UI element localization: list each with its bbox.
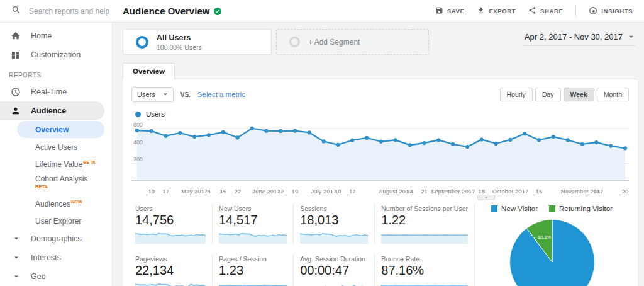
x-axis-tick: 14 xyxy=(406,188,413,195)
sidebar-item-cohort-analysis[interactable]: Cohort AnalysisBETA xyxy=(0,173,112,195)
chevron-down-icon xyxy=(163,92,168,97)
save-icon xyxy=(435,6,443,16)
expand-caret-icon[interactable] xyxy=(11,255,21,260)
x-axis-tick: 15 xyxy=(220,188,227,195)
metric-card-sessions[interactable]: Sessions18,013 xyxy=(294,203,375,244)
metric-card-new-users[interactable]: New Users14,517 xyxy=(213,203,294,244)
x-axis-tick: 8 xyxy=(207,188,210,195)
users-line-chart[interactable]: 200400600 xyxy=(131,119,629,186)
segment-detail: 100.00% Users xyxy=(157,43,202,51)
metric-card-pageviews[interactable]: Pageviews22,134 xyxy=(131,254,213,286)
badge: BETA xyxy=(83,159,96,165)
verified-icon xyxy=(213,7,222,16)
x-axis-tick: 10 xyxy=(148,188,155,195)
sidebar-item-overview[interactable]: Overview xyxy=(17,121,104,138)
export-icon xyxy=(477,6,485,16)
metric-card-pages-session[interactable]: Pages / Session1.23 xyxy=(213,254,294,286)
sidebar-item-label: Active Users xyxy=(35,143,77,152)
sidebar-item-home[interactable]: Home xyxy=(0,26,112,45)
metric-value: 22,134 xyxy=(135,263,206,278)
segment-name: All Users xyxy=(157,33,202,43)
expand-caret-icon[interactable] xyxy=(11,274,21,279)
sidebar-item-customization[interactable]: Customization xyxy=(0,45,112,64)
sidebar-item-active-users[interactable]: Active Users xyxy=(0,139,112,156)
x-axis-tick: September 2017 xyxy=(431,188,475,195)
sidebar-item-label: AudiencesNEW xyxy=(35,199,82,209)
sidebar-item-demographics[interactable]: Demographics xyxy=(0,229,112,248)
granularity-toggle: HourlyDayWeekMonth xyxy=(500,88,629,101)
visitor-pie-chart[interactable]: 89.7%10.3% xyxy=(508,217,597,286)
x-axis-tick: 19 xyxy=(292,188,299,195)
granularity-month[interactable]: Month xyxy=(597,88,629,101)
sidebar-item-label: Audience xyxy=(31,106,66,115)
legend-new-visitor: New Visitor xyxy=(491,205,538,212)
returning-visitor-label: Returning Visitor xyxy=(559,205,613,212)
metric-card-bounce-rate[interactable]: Bounce Rate87.16% xyxy=(375,254,474,286)
tab-overview[interactable]: Overview xyxy=(123,63,175,79)
insights-label: INSIGHTS xyxy=(601,8,633,14)
share-button[interactable]: SHARE xyxy=(528,6,563,16)
metric-card-number-of-sessions-per-user[interactable]: Number of Sessions per User1.22 xyxy=(375,203,474,244)
main-content: All Users 100.00% Users + Add Segment Ap… xyxy=(113,23,644,286)
metric-card-users[interactable]: Users14,756 xyxy=(131,203,213,244)
new-visitor-swatch xyxy=(491,205,497,212)
x-axis-tick: 13 xyxy=(593,188,600,195)
x-axis-tick: October 2017 xyxy=(492,188,529,195)
person-icon xyxy=(11,106,21,117)
save-label: SAVE xyxy=(447,8,465,14)
reports-section-label: REPORTS xyxy=(0,64,112,83)
summary-section: Users14,756New Users14,517Sessions18,013… xyxy=(131,203,629,286)
granularity-hourly[interactable]: Hourly xyxy=(500,88,533,101)
granularity-day[interactable]: Day xyxy=(535,88,561,101)
x-axis-tick: 22 xyxy=(234,188,241,195)
sidebar-item-audience[interactable]: Audience xyxy=(0,101,104,120)
chart-controls: Users VS. Select a metric HourlyDayWeekM… xyxy=(131,87,629,102)
export-button[interactable]: EXPORT xyxy=(477,6,516,16)
save-button[interactable]: SAVE xyxy=(435,6,465,16)
new-visitor-label: New Visitor xyxy=(501,205,538,212)
timeline-drag-handle[interactable] xyxy=(477,195,495,200)
select-metric-link[interactable]: Select a metric xyxy=(197,91,245,98)
metric-label: Bounce Rate xyxy=(381,255,468,263)
share-label: SHARE xyxy=(540,8,563,14)
tab-row: Overview xyxy=(123,63,638,79)
sidebar-item-interests[interactable]: Interests xyxy=(0,248,112,267)
insights-button[interactable]: INSIGHTS xyxy=(589,6,633,16)
insights-icon xyxy=(589,6,597,16)
segment-all-users[interactable]: All Users 100.00% Users xyxy=(123,29,272,55)
date-range-selector[interactable]: Apr 2, 2017 - Nov 30, 2017 xyxy=(523,29,635,46)
metric-value: 14,756 xyxy=(135,213,206,227)
sidebar-item-user-explorer[interactable]: User Explorer xyxy=(0,212,112,229)
svg-text:400: 400 xyxy=(133,139,143,146)
search-placeholder: Search reports and help xyxy=(29,7,109,16)
metric-sparkline xyxy=(219,228,287,244)
x-axis-tick: July 2017 xyxy=(311,188,336,195)
metric-label: Pages / Session xyxy=(219,255,287,263)
date-range-label: Apr 2, 2017 - Nov 30, 2017 xyxy=(525,32,623,42)
metric-value: 1.23 xyxy=(219,263,287,278)
expand-caret-icon[interactable] xyxy=(11,236,21,241)
sidebar-item-audiences[interactable]: AudiencesNEW xyxy=(0,195,112,212)
users-series-dot xyxy=(135,112,141,117)
metric-card-avg-session-duration[interactable]: Avg. Session Duration00:00:47 xyxy=(294,254,375,286)
sidebar-item-geo[interactable]: Geo xyxy=(0,267,112,286)
top-bar: Search reports and help Audience Overvie… xyxy=(0,0,644,23)
x-axis-tick: June 2017 xyxy=(252,188,280,195)
sidebar-item-lifetime-value[interactable]: Lifetime ValueBETA xyxy=(0,156,112,173)
granularity-week[interactable]: Week xyxy=(564,88,594,101)
x-axis-tick: 10 xyxy=(335,188,341,195)
returning-visitor-swatch xyxy=(549,205,555,212)
metric-sparkline xyxy=(135,278,206,286)
metric-sparkline xyxy=(300,228,368,244)
sidebar-item-real-time[interactable]: Real-Time xyxy=(0,83,112,101)
metric-select-dropdown[interactable]: Users xyxy=(131,87,174,102)
metric-sparkline xyxy=(381,278,468,286)
visitor-pie-block: New Visitor Returning Visitor 89.7%10.3% xyxy=(475,203,629,286)
add-segment-button[interactable]: + Add Segment xyxy=(276,29,429,55)
segment-donut-icon xyxy=(136,36,148,49)
sidebar-item-label: Real-Time xyxy=(31,88,67,96)
metric-label: Pageviews xyxy=(135,255,206,263)
metric-value: 1.22 xyxy=(381,213,468,227)
sidebar-item-label: Interests xyxy=(31,253,61,262)
search-input[interactable]: Search reports and help xyxy=(0,5,113,17)
